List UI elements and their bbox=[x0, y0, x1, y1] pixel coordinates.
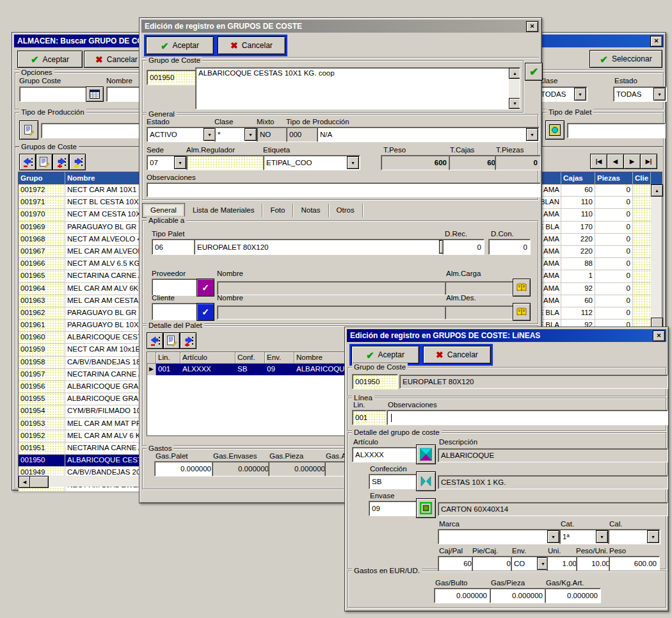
chevron-down-icon[interactable]: ▼ bbox=[526, 128, 538, 141]
alm-carga-lookup-button[interactable] bbox=[513, 279, 531, 297]
insert-line-button[interactable] bbox=[69, 154, 86, 170]
cliente-input[interactable] bbox=[152, 303, 199, 320]
aceptar-button[interactable]: ✔ Aceptar bbox=[351, 346, 419, 364]
header-articulo[interactable]: Artículo bbox=[180, 352, 236, 364]
envase-lookup-button[interactable] bbox=[416, 498, 436, 518]
tipo-produccion-edit-button[interactable] bbox=[19, 120, 38, 140]
alm-des-lookup-button[interactable] bbox=[513, 303, 531, 321]
titlebar-lineas[interactable]: Edición de registro en GRUPOS DE COSTE: … bbox=[347, 329, 666, 342]
remove-line-button[interactable] bbox=[147, 332, 163, 349]
gas-palet-input[interactable]: 0.000000 bbox=[154, 461, 214, 476]
remove-line-button[interactable] bbox=[19, 154, 36, 170]
gas-bulto-input[interactable]: 0.000000 bbox=[434, 588, 490, 603]
estado-select[interactable]: ACTIVO ▼ bbox=[147, 127, 217, 142]
scroll-up-icon[interactable]: ▲ bbox=[655, 188, 659, 193]
scroll-up-icon[interactable]: ▲ bbox=[513, 71, 517, 76]
header-piezas[interactable]: Piezas bbox=[595, 172, 633, 184]
tipo-palet-code-input[interactable]: 06 bbox=[152, 239, 195, 255]
scroll-left-icon[interactable]: ◀ bbox=[23, 480, 26, 485]
peso-input[interactable]: 600.00 bbox=[609, 556, 660, 571]
tipo-palet-button[interactable] bbox=[545, 120, 564, 140]
uni-input[interactable]: 1.00 bbox=[547, 556, 580, 571]
grid-lookup-button[interactable] bbox=[86, 86, 104, 102]
nav-last-button[interactable]: ▶| bbox=[640, 154, 657, 169]
caj-pal-input[interactable]: 60 bbox=[438, 556, 475, 571]
header-cajas[interactable]: Cajas bbox=[561, 172, 595, 184]
clase-select[interactable]: * ▼ bbox=[214, 127, 258, 142]
header-conf[interactable]: Conf. bbox=[236, 352, 265, 364]
scroll-thumb[interactable] bbox=[29, 476, 49, 488]
d-rec-input[interactable]: 0 bbox=[442, 239, 484, 255]
header-clie[interactable]: Clie bbox=[633, 172, 651, 184]
cancelar-button[interactable]: ✖ Cancelar bbox=[423, 346, 491, 364]
chevron-down-icon[interactable]: ▼ bbox=[244, 128, 257, 141]
nav-next-button[interactable]: ▶ bbox=[623, 154, 641, 169]
tab-otros[interactable]: Otros bbox=[329, 204, 363, 217]
close-icon[interactable]: ✕ bbox=[526, 21, 538, 32]
confirm-descripcion-button[interactable]: ✔ bbox=[525, 63, 543, 81]
articulo-input[interactable]: ALXXXX bbox=[352, 447, 419, 462]
chevron-down-icon[interactable]: ▼ bbox=[174, 156, 186, 169]
chevron-down-icon[interactable]: ▼ bbox=[547, 530, 559, 543]
chevron-down-icon[interactable]: ▼ bbox=[653, 88, 666, 101]
tab-notas[interactable]: Notas bbox=[293, 204, 328, 217]
observaciones-input[interactable] bbox=[387, 410, 668, 425]
edit-line-button[interactable] bbox=[36, 154, 52, 170]
header-env[interactable]: Env. bbox=[265, 352, 294, 364]
etiqueta-select[interactable]: ETIPAL_COO ▼ bbox=[263, 155, 360, 170]
articulo-lookup-button[interactable] bbox=[416, 444, 436, 464]
nav-prev-button[interactable]: ◀ bbox=[607, 154, 624, 169]
header-grupo[interactable]: Grupo bbox=[19, 172, 65, 184]
tab-general[interactable]: General bbox=[142, 203, 185, 218]
grupo-coste-input[interactable] bbox=[19, 86, 90, 102]
confeccion-input[interactable]: SB bbox=[369, 474, 419, 489]
cliente-lookup-icon[interactable]: ✓ bbox=[196, 303, 214, 321]
close-icon[interactable]: ✕ bbox=[653, 330, 665, 341]
tipo-palet-field[interactable] bbox=[567, 123, 666, 138]
chevron-down-icon[interactable]: ▼ bbox=[596, 530, 608, 543]
grupo-coste-codigo-field[interactable]: 001950 bbox=[352, 374, 398, 389]
marca-select[interactable]: ▼ bbox=[438, 529, 561, 544]
chevron-down-icon[interactable]: ▼ bbox=[574, 88, 586, 101]
close-icon[interactable]: ✕ bbox=[650, 36, 662, 47]
tab-foto[interactable]: Foto bbox=[262, 204, 293, 217]
aceptar-button[interactable]: ✔ Aceptar bbox=[146, 37, 214, 54]
proveedor-input[interactable] bbox=[152, 279, 199, 296]
cal-select[interactable]: ▼ bbox=[608, 529, 660, 544]
grupo-coste-codigo-field[interactable]: 001950 bbox=[147, 70, 198, 85]
tipo-produccion-select[interactable]: N/A ▼ bbox=[317, 127, 540, 142]
add-line-button[interactable] bbox=[52, 154, 69, 170]
cancelar-button[interactable]: ✖ Cancelar bbox=[218, 37, 285, 54]
proveedor-lookup-icon[interactable]: ✓ bbox=[196, 279, 214, 297]
cat-select[interactable]: 1ª ▼ bbox=[559, 529, 609, 544]
gas-pieza-input[interactable]: 0.000000 bbox=[490, 588, 546, 603]
d-con-input[interactable]: 0 bbox=[488, 239, 531, 255]
tipo-palet-select[interactable]: EUROPALET 80X120 ▼ bbox=[194, 239, 452, 255]
add-line-button[interactable] bbox=[180, 332, 196, 349]
tab-lista-de-materiales[interactable]: Lista de Materiales bbox=[185, 204, 263, 217]
clase-select[interactable]: TODAS ▼ bbox=[538, 86, 588, 102]
gas-kg-input[interactable]: 0.000000 bbox=[545, 588, 601, 603]
sede-select[interactable]: 07 ▼ bbox=[147, 155, 188, 170]
seleccionar-button[interactable]: ✔ Seleccionar bbox=[589, 50, 662, 68]
lin-field[interactable]: 001 bbox=[352, 410, 387, 425]
scroll-down-icon[interactable]: ▼ bbox=[513, 101, 517, 106]
chevron-down-icon[interactable]: ▼ bbox=[347, 156, 359, 169]
peso-uni-input[interactable]: 10.00 bbox=[576, 556, 613, 571]
nav-first-button[interactable]: |◀ bbox=[590, 154, 607, 169]
envase-input[interactable]: 09 bbox=[369, 501, 419, 516]
chevron-down-icon[interactable]: ▼ bbox=[647, 530, 659, 543]
gastos-eur-label: Gastos en EUR/UD. bbox=[352, 567, 422, 575]
header-lin[interactable]: Lin. bbox=[156, 352, 180, 364]
titlebar-edicion[interactable]: Edición de registro en GRUPOS DE COSTE ✕ bbox=[141, 20, 540, 33]
estado-select[interactable]: TODAS ▼ bbox=[613, 86, 667, 102]
aceptar-button[interactable]: ✔ Aceptar bbox=[17, 51, 83, 68]
env-select[interactable]: CO ▼ bbox=[511, 556, 550, 571]
edit-line-button[interactable] bbox=[163, 332, 180, 349]
observaciones-input[interactable] bbox=[147, 183, 541, 197]
confeccion-lookup-button[interactable] bbox=[416, 471, 436, 491]
alm-regulador-field[interactable] bbox=[186, 155, 264, 170]
pie-caj-input[interactable]: 0 bbox=[472, 556, 514, 571]
tipo-produccion-field[interactable] bbox=[41, 123, 142, 138]
grupo-coste-descripcion-memo[interactable]: ALBARICOQUE CESTAS 10X1 KG. coop ▲ ▼ bbox=[195, 67, 520, 110]
